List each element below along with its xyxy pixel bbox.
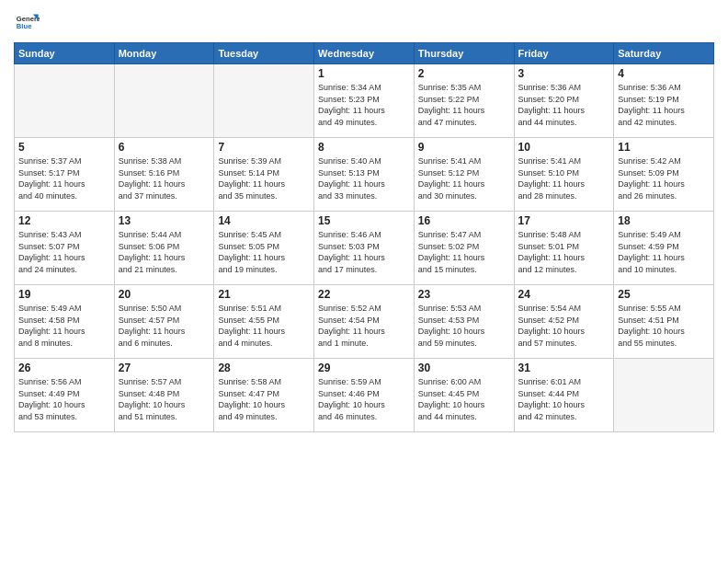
day-info: Sunrise: 6:01 AM Sunset: 4:44 PM Dayligh… [518, 376, 610, 422]
day-info: Sunrise: 5:56 AM Sunset: 4:49 PM Dayligh… [18, 376, 110, 422]
calendar-cell: 20Sunrise: 5:50 AM Sunset: 4:57 PM Dayli… [114, 285, 214, 359]
day-number: 2 [418, 67, 510, 80]
day-number: 18 [618, 214, 710, 227]
day-number: 15 [318, 214, 410, 227]
calendar-cell: 4Sunrise: 5:36 AM Sunset: 5:19 PM Daylig… [614, 64, 714, 138]
day-number: 31 [518, 362, 610, 374]
day-number: 11 [618, 141, 710, 154]
weekday-header-saturday: Saturday [614, 43, 714, 64]
logo-icon: General Blue [14, 9, 40, 35]
day-number: 23 [418, 288, 510, 301]
calendar-cell [214, 64, 314, 138]
day-number: 26 [18, 362, 110, 374]
day-number: 22 [318, 288, 410, 301]
day-number: 19 [18, 288, 110, 301]
calendar-cell: 27Sunrise: 5:57 AM Sunset: 4:48 PM Dayli… [114, 359, 214, 432]
day-number: 24 [518, 288, 610, 301]
day-info: Sunrise: 5:49 AM Sunset: 4:58 PM Dayligh… [18, 303, 110, 349]
day-info: Sunrise: 5:48 AM Sunset: 5:01 PM Dayligh… [518, 229, 610, 275]
week-row-2: 12Sunrise: 5:43 AM Sunset: 5:07 PM Dayli… [15, 212, 714, 285]
calendar-cell: 30Sunrise: 6:00 AM Sunset: 4:45 PM Dayli… [414, 359, 514, 432]
day-info: Sunrise: 5:39 AM Sunset: 5:14 PM Dayligh… [218, 155, 310, 201]
calendar-cell: 11Sunrise: 5:42 AM Sunset: 5:09 PM Dayli… [614, 138, 714, 212]
calendar-cell: 2Sunrise: 5:35 AM Sunset: 5:22 PM Daylig… [414, 64, 514, 138]
weekday-header-wednesday: Wednesday [314, 43, 415, 64]
weekday-header-tuesday: Tuesday [214, 43, 314, 64]
day-info: Sunrise: 5:55 AM Sunset: 4:51 PM Dayligh… [618, 303, 710, 349]
day-number: 8 [318, 141, 410, 154]
weekday-header-row: SundayMondayTuesdayWednesdayThursdayFrid… [15, 43, 714, 64]
svg-text:Blue: Blue [17, 22, 32, 30]
day-info: Sunrise: 5:49 AM Sunset: 4:59 PM Dayligh… [618, 229, 710, 275]
day-info: Sunrise: 5:36 AM Sunset: 5:19 PM Dayligh… [618, 82, 710, 128]
day-info: Sunrise: 5:45 AM Sunset: 5:05 PM Dayligh… [218, 229, 310, 275]
weekday-header-monday: Monday [114, 43, 214, 64]
calendar-cell: 3Sunrise: 5:36 AM Sunset: 5:20 PM Daylig… [514, 64, 614, 138]
calendar-cell [114, 64, 214, 138]
week-row-0: 1Sunrise: 5:34 AM Sunset: 5:23 PM Daylig… [15, 64, 714, 138]
calendar-cell: 10Sunrise: 5:41 AM Sunset: 5:10 PM Dayli… [514, 138, 614, 212]
day-info: Sunrise: 5:36 AM Sunset: 5:20 PM Dayligh… [518, 82, 610, 128]
calendar-body: 1Sunrise: 5:34 AM Sunset: 5:23 PM Daylig… [15, 64, 714, 432]
week-row-1: 5Sunrise: 5:37 AM Sunset: 5:17 PM Daylig… [15, 138, 714, 212]
day-info: Sunrise: 5:34 AM Sunset: 5:23 PM Dayligh… [318, 82, 410, 128]
calendar-cell: 8Sunrise: 5:40 AM Sunset: 5:13 PM Daylig… [314, 138, 415, 212]
calendar-cell: 13Sunrise: 5:44 AM Sunset: 5:06 PM Dayli… [114, 212, 214, 285]
weekday-header-friday: Friday [514, 43, 614, 64]
calendar-cell: 15Sunrise: 5:46 AM Sunset: 5:03 PM Dayli… [314, 212, 415, 285]
day-info: Sunrise: 5:57 AM Sunset: 4:48 PM Dayligh… [119, 376, 210, 422]
calendar-cell: 6Sunrise: 5:38 AM Sunset: 5:16 PM Daylig… [114, 138, 214, 212]
day-number: 25 [618, 288, 710, 301]
day-number: 21 [218, 288, 310, 301]
calendar: SundayMondayTuesdayWednesdayThursdayFrid… [14, 42, 714, 432]
day-info: Sunrise: 5:44 AM Sunset: 5:06 PM Dayligh… [119, 229, 210, 275]
calendar-cell: 21Sunrise: 5:51 AM Sunset: 4:55 PM Dayli… [214, 285, 314, 359]
calendar-cell [614, 359, 714, 432]
weekday-header-sunday: Sunday [15, 43, 115, 64]
logo: General Blue [14, 9, 43, 35]
day-number: 4 [618, 67, 710, 80]
day-number: 6 [119, 141, 210, 154]
calendar-cell: 31Sunrise: 6:01 AM Sunset: 4:44 PM Dayli… [514, 359, 614, 432]
day-number: 28 [218, 362, 310, 374]
day-number: 29 [318, 362, 410, 374]
calendar-cell: 5Sunrise: 5:37 AM Sunset: 5:17 PM Daylig… [15, 138, 115, 212]
calendar-cell: 19Sunrise: 5:49 AM Sunset: 4:58 PM Dayli… [15, 285, 115, 359]
calendar-cell: 23Sunrise: 5:53 AM Sunset: 4:53 PM Dayli… [414, 285, 514, 359]
day-info: Sunrise: 5:53 AM Sunset: 4:53 PM Dayligh… [418, 303, 510, 349]
calendar-cell: 17Sunrise: 5:48 AM Sunset: 5:01 PM Dayli… [514, 212, 614, 285]
weekday-header-thursday: Thursday [414, 43, 514, 64]
day-info: Sunrise: 5:38 AM Sunset: 5:16 PM Dayligh… [119, 155, 210, 201]
calendar-cell [15, 64, 115, 138]
day-number: 10 [518, 141, 610, 154]
calendar-cell: 9Sunrise: 5:41 AM Sunset: 5:12 PM Daylig… [414, 138, 514, 212]
day-info: Sunrise: 5:43 AM Sunset: 5:07 PM Dayligh… [18, 229, 110, 275]
day-info: Sunrise: 5:37 AM Sunset: 5:17 PM Dayligh… [18, 155, 110, 201]
calendar-cell: 29Sunrise: 5:59 AM Sunset: 4:46 PM Dayli… [314, 359, 415, 432]
week-row-3: 19Sunrise: 5:49 AM Sunset: 4:58 PM Dayli… [15, 285, 714, 359]
day-info: Sunrise: 6:00 AM Sunset: 4:45 PM Dayligh… [418, 376, 510, 422]
day-number: 12 [18, 214, 110, 227]
day-info: Sunrise: 5:47 AM Sunset: 5:02 PM Dayligh… [418, 229, 510, 275]
day-info: Sunrise: 5:41 AM Sunset: 5:12 PM Dayligh… [418, 155, 510, 201]
calendar-cell: 18Sunrise: 5:49 AM Sunset: 4:59 PM Dayli… [614, 212, 714, 285]
week-row-4: 26Sunrise: 5:56 AM Sunset: 4:49 PM Dayli… [15, 359, 714, 432]
calendar-cell: 16Sunrise: 5:47 AM Sunset: 5:02 PM Dayli… [414, 212, 514, 285]
calendar-cell: 24Sunrise: 5:54 AM Sunset: 4:52 PM Dayli… [514, 285, 614, 359]
day-number: 16 [418, 214, 510, 227]
calendar-cell: 14Sunrise: 5:45 AM Sunset: 5:05 PM Dayli… [214, 212, 314, 285]
calendar-cell: 7Sunrise: 5:39 AM Sunset: 5:14 PM Daylig… [214, 138, 314, 212]
day-info: Sunrise: 5:35 AM Sunset: 5:22 PM Dayligh… [418, 82, 510, 128]
day-info: Sunrise: 5:46 AM Sunset: 5:03 PM Dayligh… [318, 229, 410, 275]
calendar-cell: 26Sunrise: 5:56 AM Sunset: 4:49 PM Dayli… [15, 359, 115, 432]
day-info: Sunrise: 5:40 AM Sunset: 5:13 PM Dayligh… [318, 155, 410, 201]
day-number: 30 [418, 362, 510, 374]
day-number: 17 [518, 214, 610, 227]
day-number: 14 [218, 214, 310, 227]
day-info: Sunrise: 5:59 AM Sunset: 4:46 PM Dayligh… [318, 376, 410, 422]
calendar-cell: 1Sunrise: 5:34 AM Sunset: 5:23 PM Daylig… [314, 64, 415, 138]
day-number: 9 [418, 141, 510, 154]
calendar-cell: 12Sunrise: 5:43 AM Sunset: 5:07 PM Dayli… [15, 212, 115, 285]
day-info: Sunrise: 5:58 AM Sunset: 4:47 PM Dayligh… [218, 376, 310, 422]
day-number: 1 [318, 67, 410, 80]
